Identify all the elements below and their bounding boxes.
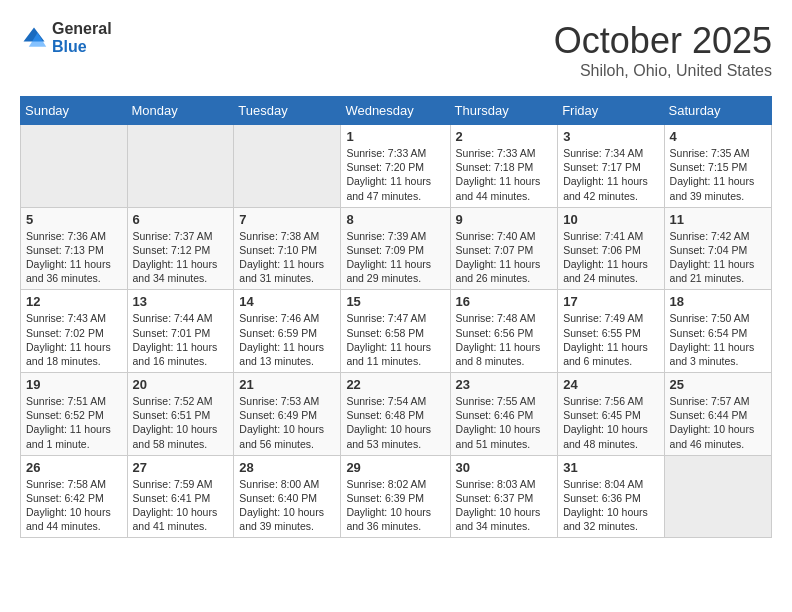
calendar-cell: 26Sunrise: 7:58 AM Sunset: 6:42 PM Dayli… [21,455,128,538]
day-number: 7 [239,212,335,227]
cell-info: Sunrise: 7:33 AM Sunset: 7:20 PM Dayligh… [346,146,444,203]
page-header: General Blue October 2025 Shiloh, Ohio, … [20,20,772,80]
cell-info: Sunrise: 7:54 AM Sunset: 6:48 PM Dayligh… [346,394,444,451]
calendar-cell [664,455,771,538]
day-number: 22 [346,377,444,392]
week-row-5: 26Sunrise: 7:58 AM Sunset: 6:42 PM Dayli… [21,455,772,538]
cell-info: Sunrise: 7:40 AM Sunset: 7:07 PM Dayligh… [456,229,553,286]
cell-info: Sunrise: 7:34 AM Sunset: 7:17 PM Dayligh… [563,146,658,203]
calendar-cell: 22Sunrise: 7:54 AM Sunset: 6:48 PM Dayli… [341,373,450,456]
calendar-cell: 28Sunrise: 8:00 AM Sunset: 6:40 PM Dayli… [234,455,341,538]
calendar-cell [234,125,341,208]
cell-info: Sunrise: 7:33 AM Sunset: 7:18 PM Dayligh… [456,146,553,203]
day-number: 2 [456,129,553,144]
cell-info: Sunrise: 7:46 AM Sunset: 6:59 PM Dayligh… [239,311,335,368]
day-number: 6 [133,212,229,227]
cell-info: Sunrise: 7:47 AM Sunset: 6:58 PM Dayligh… [346,311,444,368]
cell-info: Sunrise: 8:03 AM Sunset: 6:37 PM Dayligh… [456,477,553,534]
cell-info: Sunrise: 7:52 AM Sunset: 6:51 PM Dayligh… [133,394,229,451]
cell-info: Sunrise: 7:59 AM Sunset: 6:41 PM Dayligh… [133,477,229,534]
week-row-2: 5Sunrise: 7:36 AM Sunset: 7:13 PM Daylig… [21,207,772,290]
calendar-cell: 12Sunrise: 7:43 AM Sunset: 7:02 PM Dayli… [21,290,128,373]
day-number: 30 [456,460,553,475]
calendar-cell: 10Sunrise: 7:41 AM Sunset: 7:06 PM Dayli… [558,207,664,290]
day-number: 23 [456,377,553,392]
day-number: 5 [26,212,122,227]
day-header-wednesday: Wednesday [341,97,450,125]
calendar-cell: 2Sunrise: 7:33 AM Sunset: 7:18 PM Daylig… [450,125,558,208]
calendar-cell: 29Sunrise: 8:02 AM Sunset: 6:39 PM Dayli… [341,455,450,538]
day-header-monday: Monday [127,97,234,125]
day-number: 20 [133,377,229,392]
day-number: 16 [456,294,553,309]
calendar-cell: 20Sunrise: 7:52 AM Sunset: 6:51 PM Dayli… [127,373,234,456]
day-number: 24 [563,377,658,392]
logo-blue: Blue [52,38,112,56]
calendar-cell: 1Sunrise: 7:33 AM Sunset: 7:20 PM Daylig… [341,125,450,208]
calendar-cell: 9Sunrise: 7:40 AM Sunset: 7:07 PM Daylig… [450,207,558,290]
calendar-cell: 13Sunrise: 7:44 AM Sunset: 7:01 PM Dayli… [127,290,234,373]
day-number: 3 [563,129,658,144]
day-number: 10 [563,212,658,227]
calendar-cell: 27Sunrise: 7:59 AM Sunset: 6:41 PM Dayli… [127,455,234,538]
title-block: October 2025 Shiloh, Ohio, United States [554,20,772,80]
calendar-cell: 3Sunrise: 7:34 AM Sunset: 7:17 PM Daylig… [558,125,664,208]
day-number: 8 [346,212,444,227]
calendar-cell: 25Sunrise: 7:57 AM Sunset: 6:44 PM Dayli… [664,373,771,456]
calendar-cell: 31Sunrise: 8:04 AM Sunset: 6:36 PM Dayli… [558,455,664,538]
calendar-cell: 17Sunrise: 7:49 AM Sunset: 6:55 PM Dayli… [558,290,664,373]
cell-info: Sunrise: 7:48 AM Sunset: 6:56 PM Dayligh… [456,311,553,368]
cell-info: Sunrise: 7:42 AM Sunset: 7:04 PM Dayligh… [670,229,766,286]
calendar-cell [21,125,128,208]
day-number: 25 [670,377,766,392]
day-number: 26 [26,460,122,475]
cell-info: Sunrise: 7:50 AM Sunset: 6:54 PM Dayligh… [670,311,766,368]
calendar-cell: 4Sunrise: 7:35 AM Sunset: 7:15 PM Daylig… [664,125,771,208]
cell-info: Sunrise: 7:35 AM Sunset: 7:15 PM Dayligh… [670,146,766,203]
day-number: 19 [26,377,122,392]
day-number: 11 [670,212,766,227]
cell-info: Sunrise: 8:04 AM Sunset: 6:36 PM Dayligh… [563,477,658,534]
logo-general: General [52,20,112,38]
calendar-cell: 30Sunrise: 8:03 AM Sunset: 6:37 PM Dayli… [450,455,558,538]
day-number: 14 [239,294,335,309]
cell-info: Sunrise: 8:02 AM Sunset: 6:39 PM Dayligh… [346,477,444,534]
calendar-cell: 23Sunrise: 7:55 AM Sunset: 6:46 PM Dayli… [450,373,558,456]
day-number: 29 [346,460,444,475]
cell-info: Sunrise: 7:56 AM Sunset: 6:45 PM Dayligh… [563,394,658,451]
calendar-cell [127,125,234,208]
cell-info: Sunrise: 8:00 AM Sunset: 6:40 PM Dayligh… [239,477,335,534]
day-header-saturday: Saturday [664,97,771,125]
day-header-tuesday: Tuesday [234,97,341,125]
day-number: 18 [670,294,766,309]
logo: General Blue [20,20,112,55]
day-number: 21 [239,377,335,392]
calendar-cell: 16Sunrise: 7:48 AM Sunset: 6:56 PM Dayli… [450,290,558,373]
cell-info: Sunrise: 7:53 AM Sunset: 6:49 PM Dayligh… [239,394,335,451]
calendar-cell: 5Sunrise: 7:36 AM Sunset: 7:13 PM Daylig… [21,207,128,290]
cell-info: Sunrise: 7:37 AM Sunset: 7:12 PM Dayligh… [133,229,229,286]
cell-info: Sunrise: 7:36 AM Sunset: 7:13 PM Dayligh… [26,229,122,286]
day-header-row: SundayMondayTuesdayWednesdayThursdayFrid… [21,97,772,125]
day-number: 17 [563,294,658,309]
calendar-cell: 8Sunrise: 7:39 AM Sunset: 7:09 PM Daylig… [341,207,450,290]
day-header-friday: Friday [558,97,664,125]
day-number: 27 [133,460,229,475]
day-number: 28 [239,460,335,475]
cell-info: Sunrise: 7:39 AM Sunset: 7:09 PM Dayligh… [346,229,444,286]
calendar-cell: 21Sunrise: 7:53 AM Sunset: 6:49 PM Dayli… [234,373,341,456]
day-header-thursday: Thursday [450,97,558,125]
calendar-cell: 14Sunrise: 7:46 AM Sunset: 6:59 PM Dayli… [234,290,341,373]
logo-icon [20,24,48,52]
cell-info: Sunrise: 7:44 AM Sunset: 7:01 PM Dayligh… [133,311,229,368]
logo-text: General Blue [52,20,112,55]
location: Shiloh, Ohio, United States [554,62,772,80]
day-number: 15 [346,294,444,309]
day-header-sunday: Sunday [21,97,128,125]
cell-info: Sunrise: 7:58 AM Sunset: 6:42 PM Dayligh… [26,477,122,534]
calendar-cell: 24Sunrise: 7:56 AM Sunset: 6:45 PM Dayli… [558,373,664,456]
cell-info: Sunrise: 7:49 AM Sunset: 6:55 PM Dayligh… [563,311,658,368]
cell-info: Sunrise: 7:57 AM Sunset: 6:44 PM Dayligh… [670,394,766,451]
day-number: 9 [456,212,553,227]
day-number: 31 [563,460,658,475]
